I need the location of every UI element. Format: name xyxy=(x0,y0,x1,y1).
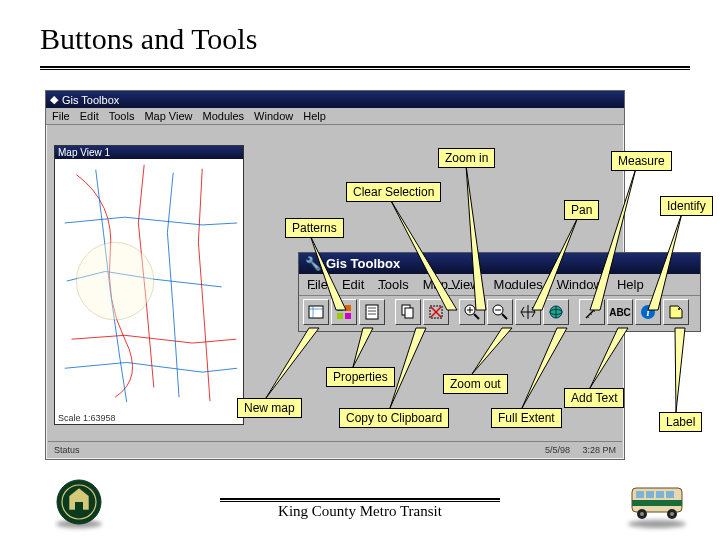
map-lines-icon xyxy=(57,162,241,406)
svg-rect-34 xyxy=(666,491,674,498)
status-label: Status xyxy=(54,445,80,455)
svg-rect-2 xyxy=(337,305,343,311)
callout-properties: Properties xyxy=(326,367,395,387)
menu-help[interactable]: Help xyxy=(303,110,326,122)
menu-modules[interactable]: Modules xyxy=(203,110,245,122)
main-window-menu: File Edit Tools Map View Modules Window … xyxy=(46,108,624,125)
callout-zoom-out: Zoom out xyxy=(443,374,508,394)
map-canvas xyxy=(57,162,241,406)
status-time: 3:28 PM xyxy=(582,445,616,455)
svg-point-38 xyxy=(670,512,674,516)
svg-rect-3 xyxy=(345,305,351,311)
callout-zoom-in: Zoom in xyxy=(438,148,495,168)
svg-rect-33 xyxy=(656,491,664,498)
callout-full-extent: Full Extent xyxy=(491,408,562,428)
zoom-menu-modules[interactable]: Modules xyxy=(494,277,543,292)
zoom-menu-mapview[interactable]: Map View xyxy=(423,277,480,292)
svg-rect-1 xyxy=(309,306,323,318)
zoom-menu-file[interactable]: File xyxy=(307,277,328,292)
status-date: 5/5/98 xyxy=(545,445,570,455)
new-map-button[interactable] xyxy=(303,299,329,325)
map-scale: Scale 1:63958 xyxy=(58,413,116,423)
menu-edit[interactable]: Edit xyxy=(80,110,99,122)
callout-identify: Identify xyxy=(660,196,713,216)
zoom-toolbar: ABC i xyxy=(299,296,700,328)
zoom-menu-help[interactable]: Help xyxy=(617,277,644,292)
svg-rect-31 xyxy=(636,491,644,498)
gis-toolbox-zoom: 🔧 Gis Toolbox File Edit Tools Map View M… xyxy=(298,252,701,332)
measure-button[interactable] xyxy=(579,299,605,325)
callout-new-map: New map xyxy=(237,398,302,418)
label-button[interactable] xyxy=(663,299,689,325)
main-window-title: Gis Toolbox xyxy=(62,94,119,106)
title-rule xyxy=(40,66,690,70)
svg-rect-8 xyxy=(405,308,413,318)
svg-point-25 xyxy=(678,308,680,310)
callout-patterns: Patterns xyxy=(285,218,344,238)
menu-tools[interactable]: Tools xyxy=(109,110,135,122)
pan-button[interactable] xyxy=(515,299,541,325)
main-window-titlebar: ◆ Gis Toolbox xyxy=(46,91,624,108)
zoom-menu-window[interactable]: Window xyxy=(557,277,603,292)
svg-rect-4 xyxy=(337,313,343,319)
svg-rect-32 xyxy=(646,491,654,498)
menu-mapview[interactable]: Map View xyxy=(144,110,192,122)
svg-point-0 xyxy=(76,242,153,319)
slide-title: Buttons and Tools xyxy=(0,0,720,56)
footer-text: King County Metro Transit xyxy=(0,503,720,520)
status-bar: Status 5/5/98 3:28 PM xyxy=(48,441,622,457)
add-text-button[interactable]: ABC xyxy=(607,299,633,325)
callout-pan: Pan xyxy=(564,200,599,220)
zoom-out-button[interactable] xyxy=(487,299,513,325)
app-icon: ◆ xyxy=(50,93,58,106)
zoom-title-text: Gis Toolbox xyxy=(326,256,400,271)
zoom-menu-tools[interactable]: Tools xyxy=(378,277,408,292)
footer-rule xyxy=(220,498,500,502)
svg-line-22 xyxy=(586,306,598,318)
bus-icon xyxy=(628,480,690,524)
wrench-icon: 🔧 xyxy=(305,256,321,271)
callout-measure: Measure xyxy=(611,151,672,171)
callout-clear-selection: Clear Selection xyxy=(346,182,441,202)
svg-rect-6 xyxy=(366,305,378,319)
map-pane-title: Map View 1 xyxy=(55,146,243,159)
county-seal-icon xyxy=(55,478,103,526)
callout-add-text: Add Text xyxy=(564,388,624,408)
copy-button[interactable] xyxy=(395,299,421,325)
identify-button[interactable]: i xyxy=(635,299,661,325)
zoom-menu: File Edit Tools Map View Modules Window … xyxy=(299,274,700,296)
menu-file[interactable]: File xyxy=(52,110,70,122)
zoom-menu-edit[interactable]: Edit xyxy=(342,277,364,292)
svg-rect-5 xyxy=(345,313,351,319)
zoom-in-button[interactable] xyxy=(459,299,485,325)
svg-rect-30 xyxy=(632,500,682,506)
callout-copy: Copy to Clipboard xyxy=(339,408,449,428)
svg-point-36 xyxy=(640,512,644,516)
svg-line-13 xyxy=(474,314,479,319)
svg-line-17 xyxy=(502,314,507,319)
callout-label: Label xyxy=(659,412,702,432)
patterns-button[interactable] xyxy=(331,299,357,325)
svg-rect-28 xyxy=(75,502,83,510)
zoom-titlebar: 🔧 Gis Toolbox xyxy=(299,253,700,274)
menu-window[interactable]: Window xyxy=(254,110,293,122)
map-view-pane: Map View 1 Scale 1:63958 xyxy=(54,145,244,425)
full-extent-button[interactable] xyxy=(543,299,569,325)
properties-button[interactable] xyxy=(359,299,385,325)
clear-selection-button[interactable] xyxy=(423,299,449,325)
